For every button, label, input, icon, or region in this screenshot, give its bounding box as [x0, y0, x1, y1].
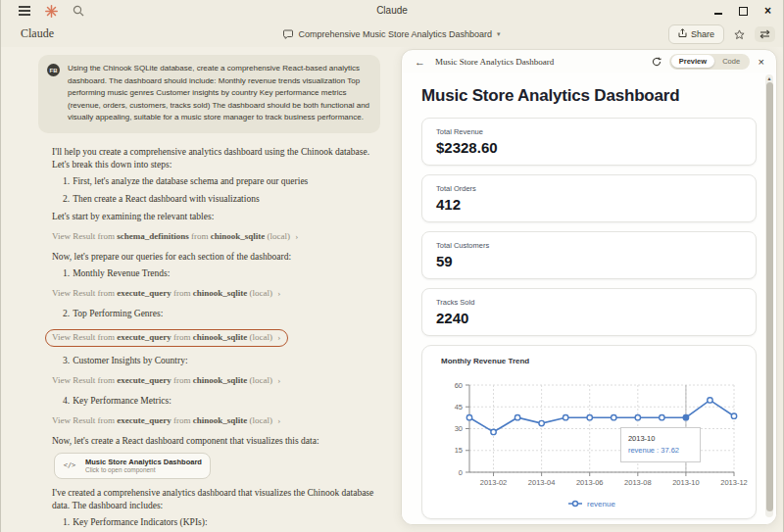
tab-code[interactable]: Code — [714, 55, 748, 68]
assistant-paragraph: Now, let's create a React dashboard comp… — [52, 435, 381, 448]
svg-text:2013-08: 2013-08 — [624, 478, 652, 487]
dashboard-heading: Music Store Analytics Dashboard — [421, 86, 776, 106]
close-icon[interactable]: × — [764, 5, 771, 17]
main-area: FB Using the Chinook SQLite database, cr… — [1, 47, 783, 532]
code-icon: </> — [61, 459, 78, 472]
panel-toggle-button[interactable] — [755, 26, 775, 42]
tool-result-link[interactable]: View Result from execute_query from chin… — [52, 414, 381, 427]
revenue-chart-card: Monthly Revenue Trend 0153045602013-0220… — [421, 345, 757, 519]
app-window: Claude × Claude Comprehensive Music Stor… — [0, 0, 784, 532]
chart-title: Monthly Revenue Trend — [441, 357, 529, 365]
assistant-paragraph: Let's start by examining the relevant ta… — [52, 211, 381, 223]
svg-text:15: 15 — [455, 446, 463, 455]
list-item: 2.Top Performing Genres: — [52, 308, 381, 320]
chat-bubble-icon — [283, 25, 293, 43]
kpi-card-total-customers: Total Customers 59 — [421, 231, 757, 279]
minimize-icon[interactable] — [714, 13, 722, 15]
svg-text:2013-10: 2013-10 — [672, 478, 700, 487]
scrollbar-track[interactable]: ▲ — [765, 74, 773, 517]
artifact-content: Music Store Analytics Dashboard Total Re… — [402, 73, 776, 524]
user-avatar: FB — [47, 64, 60, 76]
assistant-summary: I've created a comprehensive analytics d… — [52, 487, 381, 512]
list-item: 4.Key Performance Metrics: — [52, 395, 381, 408]
star-icon — [734, 29, 745, 40]
refresh-icon — [652, 57, 662, 67]
chevron-right-icon: › — [277, 288, 280, 298]
window-titlebar: Claude × — [1, 0, 783, 22]
preview-code-toggle: Preview Code — [669, 54, 749, 70]
svg-text:revenue: revenue — [587, 500, 615, 508]
conversation-title: Comprehensive Music Store Analytics Dash… — [298, 29, 492, 39]
chevron-right-icon: › — [277, 332, 280, 342]
kpi-card-total-revenue: Total Revenue $2328.60 — [421, 118, 757, 166]
svg-text:2013-12: 2013-12 — [720, 478, 748, 487]
artifact-title: Music Store Analytics Dashboard — [435, 57, 650, 67]
tool-result-link[interactable]: View Result from execute_query from chin… — [52, 287, 381, 300]
star-button[interactable] — [732, 27, 747, 42]
refresh-button[interactable] — [650, 55, 663, 69]
chat-column: FB Using the Chinook SQLite database, cr… — [1, 47, 401, 532]
app-header: Claude Comprehensive Music Store Analyti… — [1, 22, 783, 47]
list-item: 1.First, let's analyze the database sche… — [52, 175, 381, 188]
line-chart: 0153045602013-022013-042013-062013-08201… — [422, 373, 760, 518]
chevron-down-icon: ▾ — [497, 30, 501, 38]
artifact-card-title: Music Store Analytics Dashboard — [85, 458, 202, 466]
assistant-intro: I'll help you create a comprehensive ana… — [52, 146, 381, 171]
svg-text:2013-06: 2013-06 — [576, 478, 604, 487]
scroll-up-icon[interactable]: ▲ — [765, 75, 773, 81]
assistant-paragraph: Now, let's prepare our queries for each … — [52, 251, 381, 264]
svg-text:60: 60 — [455, 381, 463, 390]
list-item: 3.Customer Insights by Country: — [52, 355, 381, 367]
user-message: FB Using the Chinook SQLite database, cr… — [38, 55, 380, 133]
share-button[interactable]: Share — [668, 24, 724, 44]
artifact-card-subtitle: Click to open component — [85, 466, 202, 474]
scrollbar-thumb[interactable] — [766, 82, 773, 511]
kpi-card-tracks-sold: Tracks Sold 2240 — [421, 288, 757, 336]
list-item: 1.Monthly Revenue Trends: — [52, 267, 381, 280]
chevron-right-icon: › — [277, 415, 280, 425]
user-message-text: Using the Chinook SQLite database, creat… — [68, 63, 370, 124]
assistant-message: I'll help you create a comprehensive ana… — [52, 146, 381, 532]
conversation-title-dropdown[interactable]: Comprehensive Music Store Analytics Dash… — [1, 22, 783, 47]
svg-text:30: 30 — [455, 424, 463, 433]
swap-arrows-icon — [760, 29, 770, 39]
chevron-right-icon: › — [295, 231, 298, 241]
svg-text:0: 0 — [459, 468, 463, 477]
tool-result-link[interactable]: View Result from execute_query from chin… — [52, 374, 381, 387]
share-icon — [678, 28, 687, 40]
artifact-panel: ← Music Store Analytics Dashboard Previe… — [401, 49, 777, 525]
chart-tooltip: 2013-10 revenue : 37.62 — [620, 427, 701, 462]
svg-text:2013-02: 2013-02 — [480, 478, 508, 487]
maximize-icon[interactable] — [739, 7, 748, 16]
artifact-close-icon[interactable]: × — [756, 56, 767, 68]
list-item: 2.Then create a React dashboard with vis… — [52, 193, 381, 206]
list-item: 1.Key Performance Indicators (KPIs): — [52, 516, 381, 529]
artifact-header: ← Music Store Analytics Dashboard Previe… — [402, 50, 776, 73]
chevron-right-icon: › — [277, 375, 280, 385]
svg-text:45: 45 — [455, 403, 463, 411]
back-arrow-icon[interactable]: ← — [411, 56, 429, 68]
artifact-open-card[interactable]: </> Music Store Analytics Dashboard Clic… — [54, 453, 211, 479]
tool-result-link-highlighted[interactable]: View Result from execute_query from chin… — [45, 329, 288, 347]
svg-text:2013-04: 2013-04 — [528, 478, 556, 487]
tab-preview[interactable]: Preview — [671, 55, 714, 68]
kpi-card-total-orders: Total Orders 412 — [421, 174, 757, 222]
window-title: Claude — [1, 0, 783, 22]
tool-result-link[interactable]: View Result from schema_definitions from… — [52, 230, 381, 243]
